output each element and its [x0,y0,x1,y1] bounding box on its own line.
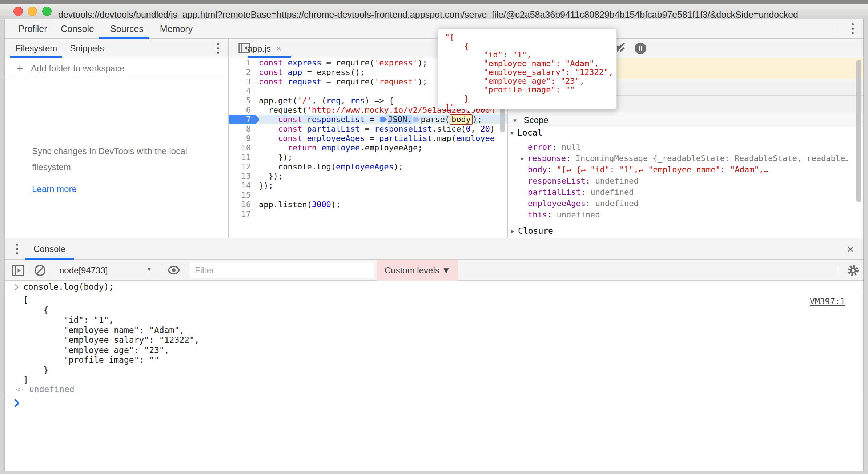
execution-context-selector[interactable]: node[94733] [59,260,108,281]
close-tab-icon[interactable]: × [276,43,281,54]
console-menu-icon[interactable] [16,244,18,254]
line-number[interactable]: 4 [229,87,256,96]
sidebar-menu-icon[interactable] [217,43,219,54]
scope-entry[interactable]: error: null [528,142,581,153]
line-number[interactable]: 16 [229,200,256,209]
tab-console[interactable]: Console [59,19,96,39]
value-preview-tooltip: "[ { "id": "1", "employee_name": "Adam",… [438,28,617,109]
main-tab-bar: Profiler Console Sources Memory [5,19,863,39]
scope-entry[interactable]: ▶response: IncomingMessage {_readableSta… [521,154,848,165]
editor-gutter[interactable]: 1234567891011121314151617 [229,58,256,219]
code-line[interactable]: }); [259,181,507,190]
titlebar[interactable]: devtools://devtools/bundled/js_app.html?… [0,4,868,19]
add-folder-row[interactable]: + Add folder to workspace [5,58,228,78]
scope-local-row[interactable]: ▼Local [510,128,542,137]
chevron-down-icon: ▼ [512,117,518,124]
plus-icon: + [17,58,23,78]
scope-closure-row[interactable]: ▶Closure [511,226,553,236]
separator [185,264,185,276]
custom-levels-dropdown[interactable]: Custom levels ▼ [377,260,458,281]
chevron-down-icon[interactable]: ▼ [146,266,152,272]
code-line[interactable]: console.log(employeeAges); [259,162,507,172]
line-number[interactable]: 5 [229,96,256,105]
code-line[interactable]: const employeeAges = partialList.map(emp… [259,134,507,143]
show-console-sidebar-icon[interactable] [12,265,24,276]
code-line[interactable]: }); [259,153,507,162]
console-output[interactable]: [ { "id": "1", "employee_name": "Adam", … [23,295,200,385]
pause-on-exceptions-icon[interactable] [634,42,647,55]
source-location-link[interactable]: VM397:1 [810,297,845,306]
sync-help-text: Sync changes in DevTools with the local … [32,143,206,175]
sidebar-scrollbar[interactable] [856,60,861,202]
live-expression-eye-icon[interactable] [167,264,180,276]
separator [53,264,53,276]
line-number[interactable]: 14 [229,181,256,190]
console-prompt-row[interactable] [5,396,863,411]
window-right-edge [863,19,868,471]
console-toolbar: node[94733] ▼ Custom levels ▼ [5,260,863,281]
chevron-right-icon[interactable]: ▶ [511,228,514,234]
line-number[interactable]: 10 [229,143,256,153]
line-number[interactable]: 2 [229,68,256,77]
devtools-window: devtools://devtools/bundled/js_app.html?… [0,0,868,474]
scope-label: Scope [524,115,548,125]
close-window-button[interactable] [13,7,23,16]
scope-entry[interactable]: partialList: undefined [528,188,634,198]
scope-entry[interactable]: body: "[↵ {↵ "id": "1",↵ "employee_name"… [528,165,768,176]
return-value-icon: <· [16,383,25,396]
code-line[interactable]: return employee.employeeAge; [259,143,507,153]
tab-profiler[interactable]: Profiler [15,19,51,39]
separator [840,23,840,34]
console-input-echo: console.log(body); [23,281,114,293]
line-number[interactable]: 8 [229,124,256,134]
console-tab[interactable]: Console [33,238,65,260]
window-top-edge [0,0,868,4]
line-number[interactable]: 13 [229,172,256,181]
console-echo-row[interactable]: console.log(body); [5,281,863,293]
clear-console-icon[interactable] [34,264,46,277]
code-line[interactable] [259,190,507,200]
console-settings-gear-icon[interactable] [847,264,859,277]
line-number[interactable]: 6 [229,105,256,115]
devtools-menu-icon[interactable] [852,23,854,34]
code-line[interactable]: app.listen(3000); [259,200,507,209]
file-tab-appjs[interactable]: app.js× [248,39,281,58]
separator [839,264,839,276]
separator [161,264,161,276]
line-number[interactable]: 11 [229,153,256,162]
console-log-area[interactable]: console.log(body); [ { "id": "1", "emplo… [5,281,863,471]
zoom-window-button[interactable] [42,7,52,16]
code-line[interactable]: }); [259,172,507,181]
line-number[interactable]: 9 [229,134,256,143]
pane-divider-left[interactable] [228,39,229,238]
code-line[interactable]: const partialList = responseList.slice(0… [259,124,507,134]
console-header: Console × [5,238,863,260]
line-number[interactable]: 15 [229,190,256,200]
console-result-row: <· undefined [5,383,863,396]
scope-entry[interactable]: this: undefined [528,210,600,221]
chevron-down-icon: ▼ [510,130,514,136]
sidebar-tab-bar: Filesystem Snippets [5,39,228,58]
minimize-window-button[interactable] [28,7,37,16]
close-console-icon[interactable]: × [847,238,854,260]
line-number[interactable]: 1 [229,58,256,68]
line-number[interactable]: 3 [229,77,256,87]
tooltip-json: "[ { "id": "1", "employee_name": "Adam",… [438,29,616,116]
scope-entry[interactable]: responseList: undefined [528,176,639,187]
tab-snippets[interactable]: Snippets [69,39,104,58]
code-line[interactable]: const responseList = JSON.parse(body); [259,115,507,124]
scope-entry[interactable]: employeeAges: undefined [528,199,639,210]
window-bottom-edge [0,471,868,474]
filter-input[interactable] [190,262,374,278]
code-line[interactable] [259,209,507,219]
line-number[interactable]: 7 [229,115,256,124]
chevron-right-icon[interactable]: ▶ [521,155,524,162]
tab-filesystem[interactable]: Filesystem [14,39,59,58]
tab-sources[interactable]: Sources [109,19,144,39]
tab-memory[interactable]: Memory [158,19,194,39]
console-tab-underline [25,258,74,260]
console-result: undefined [29,383,75,396]
line-number[interactable]: 17 [229,209,256,219]
line-number[interactable]: 12 [229,162,256,172]
learn-more-link[interactable]: Learn more [32,184,77,194]
